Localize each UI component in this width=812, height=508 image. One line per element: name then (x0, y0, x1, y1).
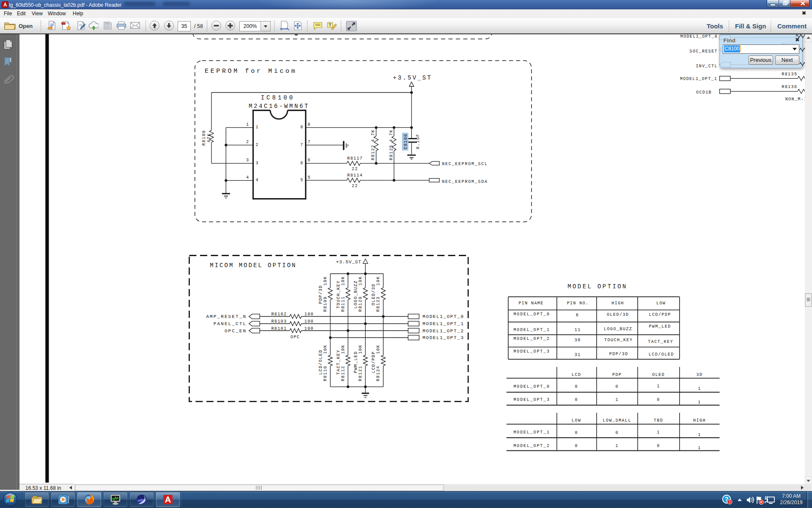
svg-text:6: 6 (308, 158, 310, 163)
svg-text:LOW: LOW (572, 418, 582, 423)
svg-text:0: 0 (615, 384, 619, 389)
svg-text:100: 100 (304, 326, 314, 331)
svg-text:30: 30 (574, 338, 581, 342)
svg-text:1: 1 (657, 384, 660, 389)
svg-text:2: 2 (246, 140, 249, 144)
svg-text:R8117: R8117 (347, 156, 363, 161)
svg-text:M24C16-WMN6T: M24C16-WMN6T (249, 103, 310, 110)
svg-text:PWM_LED: PWM_LED (354, 351, 358, 373)
svg-text:100: 100 (304, 319, 314, 324)
svg-text:EEPROM for Micom: EEPROM for Micom (205, 68, 297, 75)
svg-text:MODEL_OPT_2: MODEL_OPT_2 (513, 444, 550, 448)
svg-text:+3.5V_ST: +3.5V_ST (336, 260, 362, 265)
svg-text:11: 11 (574, 328, 581, 332)
svg-text:10K: 10K (323, 276, 328, 285)
svg-text:10K: 10K (341, 276, 346, 285)
svg-text:LCD/PDP: LCD/PDP (371, 351, 376, 373)
svg-text:4: 4 (256, 178, 258, 182)
svg-text:3: 3 (246, 158, 249, 163)
svg-text:IC8100: IC8100 (261, 94, 295, 101)
svg-text:MODEL_OPT_0: MODEL_OPT_0 (513, 384, 550, 389)
svg-text:R8124: R8124 (376, 365, 381, 381)
svg-text:HIGH: HIGH (693, 418, 706, 423)
svg-text:R8121: R8121 (358, 365, 363, 381)
svg-text:0: 0 (657, 398, 660, 402)
svg-text:MODEL_OPT_3: MODEL_OPT_3 (513, 398, 550, 402)
svg-text:OLED/3D: OLED/3D (371, 284, 376, 306)
svg-text:INV_CTL: INV_CTL (696, 64, 718, 69)
svg-text:1: 1 (698, 400, 701, 405)
svg-text:7: 7 (308, 140, 310, 144)
svg-text:PIN NO.: PIN NO. (567, 301, 589, 306)
svg-text:8: 8 (308, 122, 310, 127)
svg-text:OPC: OPC (291, 335, 300, 340)
svg-text:0.1uF: 0.1uF (416, 133, 420, 149)
svg-text:OLED/3D: OLED/3D (607, 312, 629, 317)
svg-text:3D: 3D (696, 373, 702, 377)
svg-text:1: 1 (246, 122, 249, 127)
svg-text:NON_M-I: NON_M-I (785, 97, 807, 102)
svg-text:PDP/3D: PDP/3D (318, 285, 323, 304)
svg-text:3: 3 (256, 161, 258, 166)
svg-text:TOUCH_KEY: TOUCH_KEY (336, 280, 341, 309)
svg-text:4.7K: 4.7K (371, 130, 376, 142)
svg-text:R8125: R8125 (389, 144, 394, 160)
svg-text:R8112: R8112 (341, 365, 346, 381)
svg-text:5: 5 (308, 175, 310, 180)
svg-text:MODEL1_OPT_0: MODEL1_OPT_0 (680, 34, 718, 39)
svg-text:PDP: PDP (612, 373, 622, 377)
svg-text:100: 100 (304, 312, 314, 317)
svg-text:MODEL_OPT_3: MODEL_OPT_3 (513, 349, 550, 354)
svg-text:LOW: LOW (656, 301, 666, 306)
svg-text:R8102: R8102 (271, 312, 287, 317)
svg-text:LOGO_BUZZ: LOGO_BUZZ (604, 327, 633, 331)
svg-text:1: 1 (698, 433, 701, 437)
svg-text:8: 8 (300, 125, 303, 130)
svg-text:MODEL1_OPT_0: MODEL1_OPT_0 (422, 314, 464, 319)
svg-text:R8109: R8109 (323, 296, 328, 312)
svg-text:0: 0 (575, 384, 578, 389)
svg-text:R8136: R8136 (782, 85, 797, 89)
svg-text:LOW_SMALL: LOW_SMALL (603, 418, 631, 423)
svg-text:TOUCH_KEY: TOUCH_KEY (604, 338, 633, 342)
svg-text:MODEL1_OPT_2: MODEL1_OPT_2 (422, 329, 464, 334)
svg-text:0: 0 (657, 444, 660, 448)
svg-text:R8101: R8101 (271, 326, 287, 331)
svg-text:0: 0 (615, 431, 619, 435)
svg-text:10K: 10K (323, 345, 328, 354)
svg-text:LCD/OLED: LCD/OLED (649, 352, 674, 357)
svg-text:OCD1B: OCD1B (696, 90, 712, 95)
svg-text:1: 1 (256, 125, 258, 130)
svg-text:10K: 10K (376, 345, 381, 354)
svg-text:MODEL_OPT_2: MODEL_OPT_2 (513, 337, 550, 341)
svg-text:MODEL_OPT_1: MODEL_OPT_1 (513, 328, 550, 332)
svg-text:4: 4 (246, 175, 249, 180)
svg-text:8: 8 (576, 313, 579, 318)
svg-text:10K: 10K (358, 345, 363, 354)
svg-text:PWM_LED: PWM_LED (649, 324, 671, 329)
svg-text:AMP_RESET_N: AMP_RESET_N (206, 314, 247, 319)
svg-text:SOC_RESET: SOC_RESET (690, 49, 718, 54)
svg-text:31: 31 (574, 353, 581, 357)
svg-text:MODEL1_OPT_1: MODEL1_OPT_1 (422, 321, 464, 326)
svg-text:OLED: OLED (652, 373, 665, 377)
svg-text:1: 1 (698, 446, 701, 450)
svg-text:+3.5V_ST: +3.5V_ST (393, 75, 432, 81)
svg-text:LCD: LCD (572, 373, 582, 377)
svg-text:C8100: C8100 (403, 133, 408, 149)
svg-text:NEC_EEPROM_SCL: NEC_EEPROM_SCL (442, 162, 488, 166)
svg-text:LCD/OLED: LCD/OLED (318, 350, 323, 375)
svg-text:LOGO_BUZZ: LOGO_BUZZ (354, 280, 358, 309)
svg-text:MODEL_OPT_0: MODEL_OPT_0 (513, 312, 550, 317)
svg-text:LCD/PDP: LCD/PDP (649, 312, 671, 317)
svg-text:HIGH: HIGH (612, 301, 624, 306)
svg-text:1: 1 (698, 387, 701, 391)
svg-text:0: 0 (575, 444, 578, 448)
svg-text:R8100: R8100 (202, 130, 206, 146)
svg-text:47K: 47K (207, 133, 211, 142)
svg-text:TBD: TBD (654, 418, 664, 423)
svg-text:MODEL_OPT_1: MODEL_OPT_1 (513, 430, 550, 435)
svg-text:OPC_EN: OPC_EN (225, 329, 247, 334)
svg-text:PANEL_CTL: PANEL_CTL (214, 321, 247, 326)
svg-text:R8111: R8111 (341, 296, 346, 312)
